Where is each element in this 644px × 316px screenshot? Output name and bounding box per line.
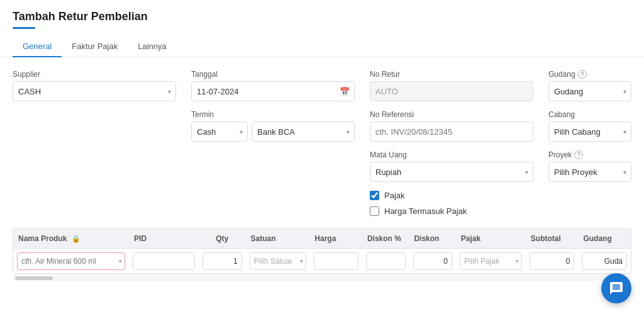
termin-type-wrapper: Cash ▾ (191, 121, 248, 142)
td-diskon (409, 250, 456, 273)
td-pajak: Pilih Pajak ▾ (456, 250, 526, 273)
supplier-label: Supplier (13, 70, 176, 79)
gudang-label: Gudang ? (548, 70, 631, 79)
proyek-select-wrapper: Pilih Proyek ▾ (548, 162, 631, 182)
th-diskon: Diskon (409, 229, 455, 248)
gudang-row-input[interactable] (582, 252, 627, 270)
tanggal-input[interactable] (191, 81, 355, 101)
table-header: Nama Produk 🔒 PID Qty Satuan Harga Disko… (13, 229, 631, 249)
td-subtotal (526, 250, 579, 273)
diskon-input[interactable] (413, 252, 452, 270)
no-retur-group: No Retur (370, 70, 533, 101)
gudang-col: Gudang ? Gudang ▾ Cabang Pilih Cabang (548, 70, 631, 222)
termin-label: Termin (191, 110, 355, 119)
td-satuan: Pilih Satuan ▾ (246, 250, 310, 273)
page-title: Tambah Retur Pembelian (13, 10, 631, 23)
th-nama-produk: Nama Produk 🔒 (13, 229, 129, 248)
tanggal-group: Tanggal 📅 (191, 70, 355, 101)
pajak-row: Pajak (370, 191, 533, 200)
diskon-pct-input[interactable] (366, 252, 405, 270)
cabang-select-wrapper: Pilih Cabang ▾ (548, 121, 631, 142)
lock-icon: 🔒 (72, 235, 80, 243)
mata-uang-group: Mata Uang Rupiah ▾ (370, 150, 533, 182)
scrollbar-thumb (15, 276, 53, 280)
no-referensi-label: No Referensi (370, 110, 533, 119)
tab-general[interactable]: General (13, 37, 62, 57)
termin-type-select[interactable]: Cash (191, 121, 248, 142)
td-diskon-pct (362, 250, 409, 273)
th-satuan: Satuan (245, 229, 309, 248)
mata-uang-select-wrapper: Rupiah ▾ (370, 162, 533, 182)
th-pid: PID (129, 229, 199, 248)
th-gudang: Gudang (578, 229, 631, 248)
tab-lainnya[interactable]: Lainnya (128, 37, 177, 57)
supplier-col: Supplier CASH ▾ (13, 70, 176, 222)
cabang-select[interactable]: Pilih Cabang (548, 121, 631, 142)
proyek-group: Proyek ? Pilih Proyek ▾ (548, 150, 631, 182)
page-wrapper: Tambah Retur Pembelian General Faktur Pa… (0, 0, 644, 316)
harga-termasuk-label: Harga Termasuk Pajak (384, 206, 467, 216)
cabang-group: Cabang Pilih Cabang ▾ (548, 110, 631, 142)
noretur-col: No Retur No Referensi Mata Uang Rupiah ▾ (370, 70, 533, 222)
supplier-group: Supplier CASH ▾ (13, 70, 176, 101)
mata-uang-select[interactable]: Rupiah (370, 162, 533, 182)
gudang-select-wrapper: Gudang ▾ (548, 81, 631, 101)
nama-produk-input[interactable] (17, 252, 125, 270)
td-harga (310, 250, 363, 273)
tab-faktur-pajak[interactable]: Faktur Pajak (62, 37, 128, 57)
no-retur-input (370, 81, 533, 101)
td-nama-produk: ▾ (13, 250, 129, 273)
tabs: General Faktur Pajak Lainnya (13, 37, 631, 57)
th-harga: Harga (309, 229, 362, 248)
chat-fab-button[interactable] (601, 273, 631, 303)
td-pid (129, 250, 199, 273)
scrollbar-track[interactable] (13, 276, 631, 281)
no-referensi-input[interactable] (370, 121, 533, 142)
pajak-checkbox[interactable] (370, 191, 379, 200)
th-pajak: Pajak (456, 229, 526, 248)
nama-produk-select-wrap: ▾ (17, 252, 125, 270)
content-area: Supplier CASH ▾ Tanggal 📅 (0, 57, 644, 281)
gudang-group: Gudang ? Gudang ▾ (548, 70, 631, 101)
no-referensi-group: No Referensi (370, 110, 533, 142)
tanggal-label: Tanggal (191, 70, 355, 79)
tanggal-col: Tanggal 📅 Termin Cash ▾ (191, 70, 355, 222)
tanggal-date-wrapper: 📅 (191, 81, 355, 101)
termin-bank-select[interactable]: Bank BCA (252, 121, 355, 142)
table-row: ▾ Pilih Satuan ▾ (13, 249, 631, 274)
gudang-select[interactable]: Gudang (548, 81, 631, 101)
supplier-select[interactable]: CASH (13, 81, 176, 101)
supplier-select-wrapper: CASH ▾ (13, 81, 176, 101)
qty-input[interactable] (203, 252, 242, 270)
pid-input[interactable] (133, 252, 195, 270)
form-section: Supplier CASH ▾ Tanggal 📅 (13, 70, 631, 222)
pajak-label: Pajak (384, 191, 405, 200)
no-retur-label: No Retur (370, 70, 533, 79)
satuan-select[interactable]: Pilih Satuan (250, 252, 306, 270)
termin-bank-wrapper: Bank BCA ▾ (252, 121, 355, 142)
gudang-help-icon[interactable]: ? (578, 70, 587, 79)
pajak-select-wrap: Pilih Pajak ▾ (460, 252, 522, 270)
td-qty (199, 250, 245, 273)
th-qty: Qty (199, 229, 245, 248)
mata-uang-label: Mata Uang (370, 150, 533, 159)
proyek-label: Proyek ? (548, 150, 631, 159)
page-header: Tambah Retur Pembelian General Faktur Pa… (0, 0, 644, 57)
termin-group: Termin Cash ▾ Bank BCA ▾ (191, 110, 355, 142)
harga-termasuk-row: Harga Termasuk Pajak (370, 206, 533, 216)
cabang-label: Cabang (548, 110, 631, 119)
harga-input[interactable] (314, 252, 359, 270)
th-subtotal: Subtotal (526, 229, 579, 248)
chat-icon (609, 281, 624, 296)
th-diskon-pct: Diskon % (362, 229, 409, 248)
proyek-select[interactable]: Pilih Proyek (548, 162, 631, 182)
proyek-help-icon[interactable]: ? (574, 150, 583, 159)
termin-row: Cash ▾ Bank BCA ▾ (191, 121, 355, 142)
satuan-select-wrap: Pilih Satuan ▾ (250, 252, 306, 270)
pajak-select[interactable]: Pilih Pajak (460, 252, 522, 270)
product-table: Nama Produk 🔒 PID Qty Satuan Harga Disko… (13, 229, 631, 274)
subtotal-input[interactable] (530, 252, 575, 270)
title-accent (13, 27, 35, 29)
td-gudang (578, 250, 631, 273)
harga-termasuk-checkbox[interactable] (370, 206, 379, 216)
